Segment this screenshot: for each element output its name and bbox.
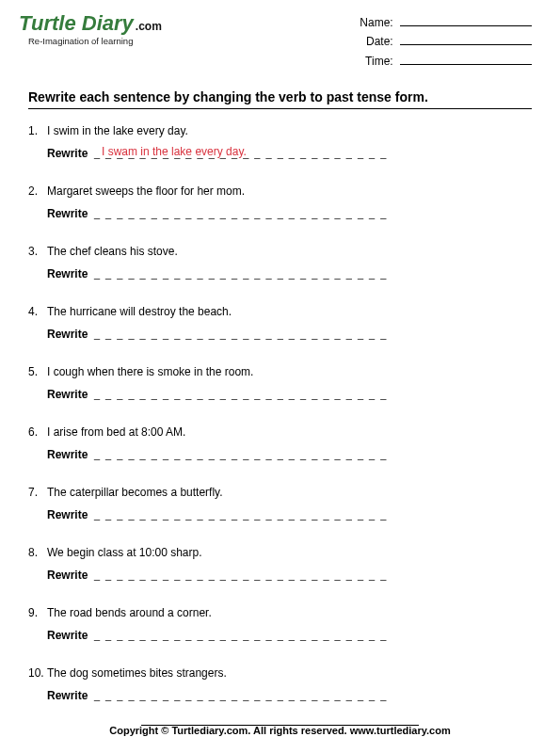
instruction: Rewrite each sentence by changing the ve… <box>28 89 532 104</box>
question-text: I swim in the lake every day. <box>47 122 188 139</box>
question-number: 10. <box>28 665 47 681</box>
rewrite-label: Rewrite <box>47 569 88 582</box>
question-text: The dog sometimes bites strangers. <box>47 665 227 681</box>
rewrite-row: Rewrite _ _ _ _ _ _ _ _ _ _ _ _ _ _ _ _ … <box>47 386 532 403</box>
rewrite-label: Rewrite <box>47 689 88 702</box>
questions-container: 1.I swim in the lake every day.Rewrite _… <box>0 122 560 704</box>
name-row: Name: <box>360 13 532 32</box>
rewrite-label: Rewrite <box>47 147 88 160</box>
question-sentence: 8.We begin class at 10:00 sharp. <box>28 544 532 561</box>
question-sentence: 10.The dog sometimes bites strangers. <box>28 665 532 681</box>
question-sentence: 6.I arise from bed at 8:00 AM. <box>28 424 532 441</box>
rewrite-label: Rewrite <box>47 267 88 280</box>
rewrite-label: Rewrite <box>47 629 88 642</box>
rewrite-row: Rewrite _ _ _ _ _ _ _ _ _ _ _ _ _ _ _ _ … <box>47 145 532 162</box>
question-text: Margaret sweeps the floor for her mom. <box>47 183 245 200</box>
answer-line[interactable]: _ _ _ _ _ _ _ _ _ _ _ _ _ _ _ _ _ _ _ _ … <box>89 208 388 219</box>
question-text: We begin class at 10:00 sharp. <box>47 544 202 561</box>
question-text: The hurricane will destroy the beach. <box>47 303 232 320</box>
question-text: The road bends around a corner. <box>47 604 212 621</box>
question-item: 5.I cough when there is smoke in the roo… <box>28 363 532 403</box>
answer-line[interactable]: _ _ _ _ _ _ _ _ _ _ _ _ _ _ _ _ _ _ _ _ … <box>89 268 388 280</box>
copyright: Copyright © Turtlediary.com. All rights … <box>0 725 560 736</box>
question-number: 2. <box>28 183 47 200</box>
rewrite-label: Rewrite <box>47 448 88 461</box>
rewrite-row: Rewrite _ _ _ _ _ _ _ _ _ _ _ _ _ _ _ _ … <box>47 506 532 523</box>
question-sentence: 3.The chef cleans his stove. <box>28 243 532 260</box>
date-input-line[interactable] <box>400 34 532 45</box>
question-number: 1. <box>28 122 47 139</box>
question-item: 2.Margaret sweeps the floor for her mom.… <box>28 183 532 222</box>
question-item: 10.The dog sometimes bites strangers.Rew… <box>28 665 532 704</box>
question-number: 5. <box>28 363 47 380</box>
logo-tagline: Re-Imagination of learning <box>28 36 162 46</box>
answer-line[interactable]: _ _ _ _ _ _ _ _ _ _ _ _ _ _ _ _ _ _ _ _ … <box>89 569 388 581</box>
rewrite-row: Rewrite _ _ _ _ _ _ _ _ _ _ _ _ _ _ _ _ … <box>47 326 532 343</box>
footer: Copyright © Turtlediary.com. All rights … <box>0 725 560 726</box>
question-item: 7.The caterpillar becomes a butterfly.Re… <box>28 484 532 523</box>
question-sentence: 9.The road bends around a corner. <box>28 604 532 621</box>
rewrite-label: Rewrite <box>47 328 88 341</box>
rewrite-label: Rewrite <box>47 207 88 220</box>
header: Turtle Diary.com Re-Imagination of learn… <box>0 0 560 71</box>
question-number: 3. <box>28 243 47 260</box>
question-item: 4.The hurricane will destroy the beach.R… <box>28 303 532 343</box>
rewrite-row: Rewrite _ _ _ _ _ _ _ _ _ _ _ _ _ _ _ _ … <box>47 205 532 222</box>
logo: Turtle Diary.com Re-Imagination of learn… <box>19 13 162 71</box>
question-sentence: 7.The caterpillar becomes a butterfly. <box>28 484 532 501</box>
rewrite-row: Rewrite _ _ _ _ _ _ _ _ _ _ _ _ _ _ _ _ … <box>47 567 532 584</box>
answer-line[interactable]: _ _ _ _ _ _ _ _ _ _ _ _ _ _ _ _ _ _ _ _ … <box>89 449 388 460</box>
question-sentence: 1.I swim in the lake every day. <box>28 122 532 139</box>
answer-line[interactable]: _ _ _ _ _ _ _ _ _ _ _ _ _ _ _ _ _ _ _ _ … <box>89 630 388 641</box>
logo-title: Turtle Diary.com <box>19 13 162 34</box>
time-label: Time: <box>365 52 393 71</box>
question-item: 8.We begin class at 10:00 sharp.Rewrite … <box>28 544 532 584</box>
question-item: 1.I swim in the lake every day.Rewrite _… <box>28 122 532 162</box>
question-number: 4. <box>28 303 47 320</box>
answer-line[interactable]: _ _ _ _ _ _ _ _ _ _ _ _ _ _ _ _ _ _ _ _ … <box>89 509 388 521</box>
meta-block: Name: Date: Time: <box>360 13 532 71</box>
name-label: Name: <box>360 13 392 32</box>
logo-dotcom: .com <box>136 20 162 33</box>
date-row: Date: <box>360 32 532 51</box>
rewrite-row: Rewrite _ _ _ _ _ _ _ _ _ _ _ _ _ _ _ _ … <box>47 446 532 463</box>
divider <box>28 108 532 109</box>
question-number: 9. <box>28 604 47 621</box>
question-text: The caterpillar becomes a butterfly. <box>47 484 223 501</box>
question-text: The chef cleans his stove. <box>47 243 178 260</box>
name-input-line[interactable] <box>400 15 532 26</box>
rewrite-row: Rewrite _ _ _ _ _ _ _ _ _ _ _ _ _ _ _ _ … <box>47 687 532 704</box>
question-item: 9.The road bends around a corner.Rewrite… <box>28 604 532 644</box>
sample-answer: I swam in the lake every day. <box>102 143 247 160</box>
question-text: I arise from bed at 8:00 AM. <box>47 424 185 441</box>
rewrite-label: Rewrite <box>47 508 88 521</box>
answer-line[interactable]: _ _ _ _ _ _ _ _ _ _ _ _ _ _ _ _ _ _ _ _ … <box>89 389 388 400</box>
question-item: 3.The chef cleans his stove.Rewrite _ _ … <box>28 243 532 282</box>
question-number: 7. <box>28 484 47 501</box>
question-sentence: 4.The hurricane will destroy the beach. <box>28 303 532 320</box>
rewrite-label: Rewrite <box>47 388 88 401</box>
question-item: 6.I arise from bed at 8:00 AM.Rewrite _ … <box>28 424 532 463</box>
rewrite-row: Rewrite _ _ _ _ _ _ _ _ _ _ _ _ _ _ _ _ … <box>47 265 532 282</box>
question-number: 6. <box>28 424 47 441</box>
question-sentence: 5.I cough when there is smoke in the roo… <box>28 363 532 380</box>
question-sentence: 2.Margaret sweeps the floor for her mom. <box>28 183 532 200</box>
answer-line[interactable]: _ _ _ _ _ _ _ _ _ _ _ _ _ _ _ _ _ _ _ _ … <box>89 690 388 701</box>
answer-line[interactable]: _ _ _ _ _ _ _ _ _ _ _ _ _ _ _ _ _ _ _ _ … <box>89 328 388 340</box>
logo-main-text: Turtle Diary <box>19 11 134 35</box>
question-number: 8. <box>28 544 47 561</box>
rewrite-row: Rewrite _ _ _ _ _ _ _ _ _ _ _ _ _ _ _ _ … <box>47 627 532 644</box>
time-row: Time: <box>360 52 532 71</box>
date-label: Date: <box>366 32 393 51</box>
time-input-line[interactable] <box>400 54 532 65</box>
question-text: I cough when there is smoke in the room. <box>47 363 253 380</box>
